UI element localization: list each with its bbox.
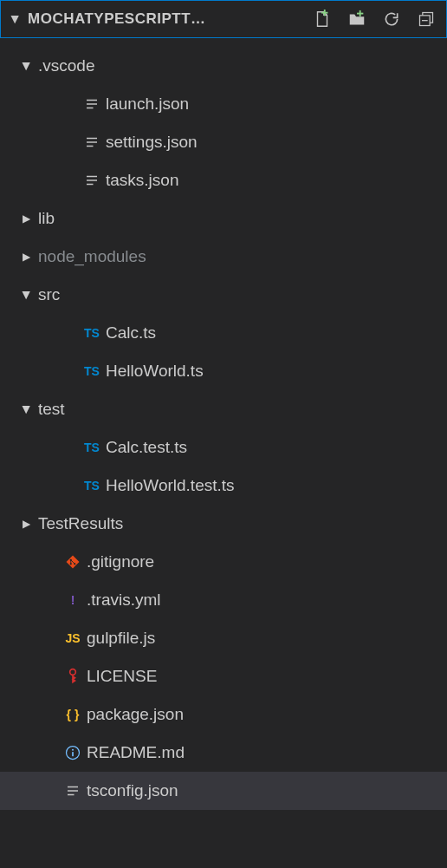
file-launch[interactable]: launch.json	[0, 85, 447, 123]
collapse-all-icon	[418, 10, 435, 28]
file-icon	[61, 783, 85, 799]
file-license[interactable]: LICENSE	[0, 657, 447, 695]
svg-rect-1	[321, 12, 327, 14]
refresh-icon	[383, 10, 400, 28]
file-gulpfile[interactable]: JSgulpfile.js	[0, 619, 447, 657]
file-settings[interactable]: settings.json	[0, 123, 447, 161]
file-tasks[interactable]: tasks.json	[0, 161, 447, 199]
chevron-right-icon: ▶	[16, 212, 36, 225]
typescript-icon: TS	[80, 479, 104, 493]
javascript-icon: JS	[61, 631, 85, 645]
explorer-header: ▶ MOCHATYPESCRIPTT…	[0, 0, 447, 38]
folder-node_modules[interactable]: ▶node_modules	[0, 238, 447, 276]
file-gitignore[interactable]: .gitignore	[0, 543, 447, 581]
tree-item-label: tasks.json	[104, 171, 178, 190]
folder-src[interactable]: ▶src	[0, 276, 447, 314]
tree-item-label: test	[36, 400, 65, 419]
tree-item-label: launch.json	[104, 95, 189, 114]
file-tree: ▶.vscodelaunch.jsonsettings.jsontasks.js…	[0, 38, 447, 810]
file-icon	[80, 173, 104, 188]
info-icon	[61, 744, 85, 761]
git-icon	[61, 554, 85, 570]
new-folder-icon	[347, 10, 366, 29]
tree-item-label: README.md	[85, 743, 185, 762]
tree-item-label: .vscode	[36, 56, 94, 75]
svg-rect-22	[72, 752, 74, 756]
tree-item-label: gulpfile.js	[85, 629, 155, 648]
new-folder-button[interactable]	[346, 8, 368, 30]
key-icon	[61, 668, 85, 685]
file-icon	[80, 134, 104, 150]
chevron-right-icon: ▶	[16, 518, 36, 530]
collapse-all-button[interactable]	[415, 8, 437, 30]
file-package[interactable]: { }package.json	[0, 695, 447, 734]
tree-item-label: Calc.test.ts	[104, 438, 187, 457]
folder-lib[interactable]: ▶lib	[0, 199, 447, 238]
file-travis[interactable]: !.travis.yml	[0, 581, 447, 619]
tree-item-label: settings.json	[104, 133, 198, 152]
typescript-icon: TS	[80, 441, 104, 454]
svg-point-21	[72, 749, 74, 751]
tree-item-label: Calc.ts	[104, 323, 156, 343]
new-file-icon	[313, 10, 332, 29]
folder-testresults[interactable]: ▶TestResults	[0, 505, 447, 543]
tree-item-label: .travis.yml	[85, 591, 161, 610]
folder-test[interactable]: ▶test	[0, 390, 447, 428]
svg-rect-3	[357, 13, 363, 15]
tree-item-label: package.json	[85, 705, 184, 724]
file-calc-test[interactable]: TSCalc.test.ts	[0, 428, 447, 467]
tree-item-label: src	[36, 285, 60, 304]
tree-item-label: LICENSE	[85, 667, 157, 686]
chevron-down-icon: ▶	[10, 16, 22, 23]
typescript-icon: TS	[80, 326, 104, 340]
tree-item-label: .gitignore	[85, 552, 154, 571]
chevron-down-icon: ▶	[16, 403, 36, 415]
tree-item-label: HelloWorld.test.ts	[104, 476, 235, 495]
json-icon: { }	[61, 708, 85, 721]
typescript-icon: TS	[80, 364, 104, 378]
tree-item-label: TestResults	[36, 514, 123, 533]
folder-vscode[interactable]: ▶.vscode	[0, 47, 447, 85]
yaml-icon: !	[61, 593, 85, 607]
file-tsconfig[interactable]: tsconfig.json	[0, 772, 447, 810]
chevron-down-icon: ▶	[16, 60, 36, 72]
svg-point-19	[70, 669, 76, 675]
header-actions	[311, 8, 441, 30]
file-icon	[80, 96, 104, 112]
file-helloworld-test[interactable]: TSHelloWorld.test.ts	[0, 467, 447, 505]
tree-item-label: node_modules	[36, 247, 146, 266]
file-readme[interactable]: README.md	[0, 734, 447, 772]
file-helloworld[interactable]: TSHelloWorld.ts	[0, 352, 447, 390]
tree-item-label: HelloWorld.ts	[104, 362, 204, 381]
chevron-down-icon: ▶	[16, 289, 36, 301]
chevron-right-icon: ▶	[16, 251, 36, 263]
tree-item-label: tsconfig.json	[85, 781, 178, 800]
tree-item-label: lib	[36, 209, 55, 228]
new-file-button[interactable]	[311, 8, 334, 30]
project-title[interactable]: MOCHATYPESCRIPTT…	[28, 10, 311, 28]
file-calc[interactable]: TSCalc.ts	[0, 314, 447, 352]
refresh-button[interactable]	[380, 8, 403, 30]
